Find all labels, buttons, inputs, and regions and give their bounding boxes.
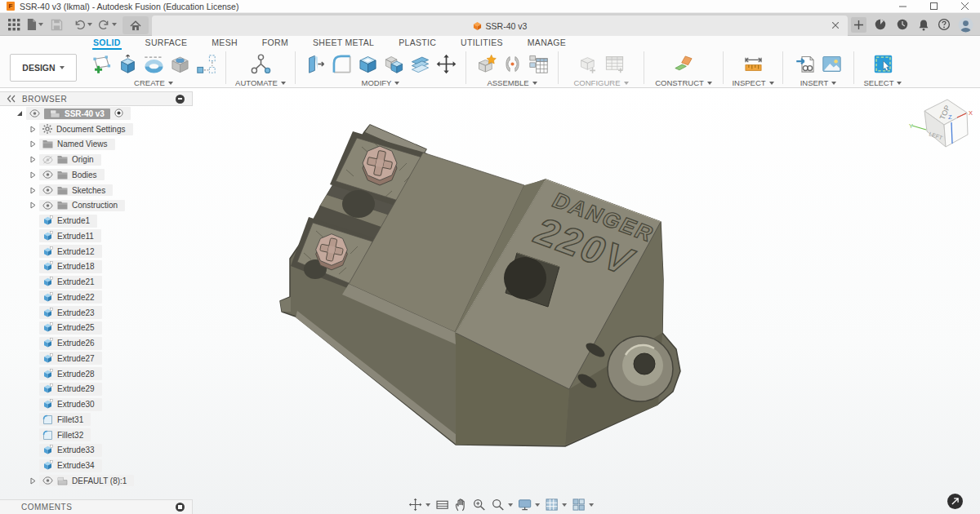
rectangular-pattern-button[interactable] bbox=[194, 51, 219, 77]
hole-button[interactable] bbox=[167, 51, 193, 77]
measure-button[interactable] bbox=[741, 51, 766, 77]
new-tab-button[interactable] bbox=[851, 17, 866, 33]
3d-model[interactable]: DANGER 220V bbox=[278, 106, 686, 457]
visibility-off-icon[interactable] bbox=[42, 156, 53, 164]
ribbon-group-configure-label[interactable]: CONFIGURE bbox=[574, 78, 629, 87]
ribbon-tab-sheet-metal[interactable]: SHEET METAL bbox=[312, 36, 375, 50]
browser-feature-extrude29[interactable]: Extrude29 bbox=[0, 382, 193, 397]
ribbon-group-automate-label[interactable]: AUTOMATE bbox=[235, 78, 286, 87]
configuration-table-button[interactable] bbox=[602, 51, 627, 77]
activate-radio[interactable] bbox=[114, 109, 123, 119]
browser-feature-extrude21[interactable]: Extrude21 bbox=[0, 274, 193, 290]
browser-folder-sketches[interactable]: Sketches bbox=[0, 183, 193, 198]
construction-plane-button[interactable] bbox=[671, 51, 697, 77]
joint-origin-button[interactable] bbox=[526, 51, 551, 77]
browser-feature-extrude18[interactable]: Extrude18 bbox=[0, 259, 193, 275]
insert-derive-button[interactable] bbox=[793, 51, 818, 77]
help-button[interactable] bbox=[937, 17, 951, 32]
fillet-button[interactable] bbox=[329, 51, 354, 77]
browser-feature-extrude22[interactable]: Extrude22 bbox=[0, 290, 193, 305]
ribbon-tab-solid[interactable]: SOLID bbox=[92, 36, 122, 50]
app-grid-button[interactable] bbox=[7, 16, 21, 33]
browser-options-button[interactable] bbox=[176, 95, 185, 104]
window-selection-button[interactable] bbox=[871, 51, 896, 77]
visibility-icon[interactable] bbox=[42, 202, 53, 210]
expand-caret-icon[interactable] bbox=[28, 171, 38, 179]
ribbon-tab-manage[interactable]: MANAGE bbox=[527, 36, 567, 50]
browser-feature-extrude27[interactable]: Extrude27 bbox=[0, 351, 193, 366]
fit-button[interactable] bbox=[491, 498, 513, 512]
browser-folder-named-views[interactable]: Named Views bbox=[0, 137, 193, 153]
browser-root-row[interactable]: SSR-40 v3 bbox=[0, 106, 193, 122]
visibility-icon[interactable] bbox=[42, 171, 53, 179]
browser-folder-document-settings[interactable]: Document Settings bbox=[0, 122, 193, 137]
browser-feature-extrude11[interactable]: Extrude11 bbox=[0, 228, 193, 244]
browser-feature-extrude26[interactable]: Extrude26 bbox=[0, 335, 193, 351]
document-tab[interactable]: SSR-40 v3 bbox=[152, 16, 848, 36]
file-menu-button[interactable] bbox=[26, 16, 43, 33]
browser-feature-extrude25[interactable]: Extrude25 bbox=[0, 321, 193, 336]
notifications-button[interactable] bbox=[916, 17, 931, 32]
3d-viewport[interactable]: DANGER 220V TOP LEFT Y X bbox=[0, 88, 980, 514]
browser-feature-fillet31[interactable]: Fillet31 bbox=[0, 412, 193, 428]
view-cube[interactable]: TOP LEFT Y X Z bbox=[905, 90, 980, 165]
expand-caret-icon[interactable] bbox=[28, 126, 38, 133]
browser-feature-extrude28[interactable]: Extrude28 bbox=[0, 366, 193, 382]
display-settings-button[interactable] bbox=[518, 498, 540, 512]
grid-snaps-button[interactable] bbox=[545, 498, 567, 512]
home-view-button[interactable] bbox=[122, 16, 149, 34]
ribbon-tab-form[interactable]: FORM bbox=[261, 36, 289, 50]
expand-comments-button[interactable] bbox=[176, 503, 185, 512]
visibility-icon[interactable] bbox=[42, 476, 53, 485]
save-button[interactable] bbox=[51, 16, 63, 33]
visibility-icon[interactable] bbox=[42, 186, 53, 194]
ribbon-tab-plastic[interactable]: PLASTIC bbox=[398, 36, 437, 50]
press-pull-button[interactable] bbox=[303, 51, 328, 77]
browser-folder-construction[interactable]: Construction bbox=[0, 198, 193, 214]
pan-button[interactable] bbox=[454, 498, 467, 512]
browser-folder-origin[interactable]: Origin bbox=[0, 152, 193, 167]
close-tab-button[interactable] bbox=[830, 20, 841, 31]
ribbon-tab-utilities[interactable]: UTILITIES bbox=[460, 36, 504, 50]
extrude-button[interactable] bbox=[115, 51, 140, 77]
workspace-selector[interactable]: DESIGN bbox=[10, 54, 77, 82]
minimize-button[interactable] bbox=[887, 0, 918, 13]
joint-button[interactable] bbox=[500, 51, 525, 77]
collapse-panel-icon[interactable] bbox=[7, 95, 16, 103]
canvas-button[interactable] bbox=[819, 51, 844, 77]
extensions-button[interactable] bbox=[873, 17, 888, 32]
ribbon-group-modify-label[interactable]: MODIFY bbox=[362, 78, 400, 87]
orbit-button[interactable] bbox=[408, 498, 430, 512]
combine-button[interactable] bbox=[381, 51, 407, 77]
ribbon-tab-mesh[interactable]: MESH bbox=[211, 36, 238, 50]
browser-default-row[interactable]: DEFAULT (8):1 bbox=[0, 473, 193, 489]
split-body-button[interactable] bbox=[408, 51, 433, 77]
browser-feature-extrude23[interactable]: Extrude23 bbox=[0, 305, 193, 321]
ribbon-group-inspect-label[interactable]: INSPECT bbox=[732, 78, 773, 87]
browser-feature-extrude30[interactable]: Extrude30 bbox=[0, 397, 193, 412]
redo-button[interactable] bbox=[98, 16, 117, 33]
job-status-button[interactable] bbox=[895, 17, 910, 32]
close-button[interactable] bbox=[949, 0, 980, 13]
browser-folder-bodies[interactable]: Bodies bbox=[0, 167, 193, 183]
expand-caret-icon[interactable] bbox=[28, 156, 38, 163]
ribbon-group-assemble-label[interactable]: ASSEMBLE bbox=[487, 78, 537, 87]
maximize-button[interactable] bbox=[918, 0, 949, 13]
configuration-button[interactable] bbox=[576, 51, 601, 77]
comments-panel[interactable]: COMMENTS bbox=[0, 499, 193, 514]
ribbon-group-create-label[interactable]: CREATE bbox=[134, 78, 173, 87]
viewports-button[interactable] bbox=[572, 498, 594, 512]
visibility-icon[interactable] bbox=[29, 109, 40, 117]
ribbon-tab-surface[interactable]: SURFACE bbox=[145, 36, 189, 50]
ribbon-group-select-label[interactable]: SELECT bbox=[864, 78, 902, 87]
revolve-button[interactable] bbox=[141, 51, 167, 77]
browser-feature-extrude34[interactable]: Extrude34 bbox=[0, 458, 193, 473]
zoom-button[interactable] bbox=[472, 498, 486, 512]
browser-feature-fillet32[interactable]: Fillet32 bbox=[0, 428, 193, 443]
expand-caret-icon[interactable] bbox=[28, 140, 38, 148]
shell-button[interactable] bbox=[355, 51, 381, 77]
automate-button[interactable] bbox=[248, 51, 274, 77]
browser-feature-extrude33[interactable]: Extrude33 bbox=[0, 443, 193, 459]
browser-feature-extrude1[interactable]: Extrude1 bbox=[0, 213, 193, 228]
collapse-caret-icon[interactable] bbox=[15, 110, 24, 117]
